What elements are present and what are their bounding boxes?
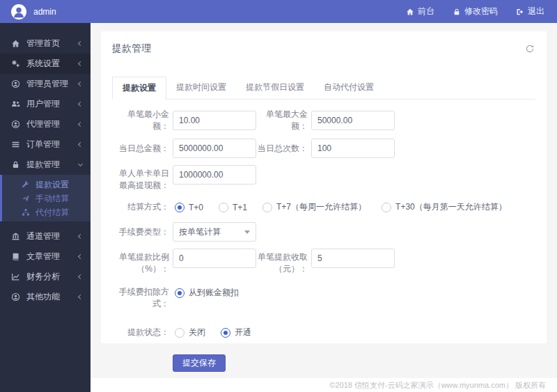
- daily-total-label: 当日总金额：: [112, 143, 169, 155]
- card-daily-max-input[interactable]: [173, 165, 256, 185]
- sidebar-item-finance-analysis[interactable]: 财务分析: [0, 267, 91, 287]
- sidebar-item-label: 财务分析: [26, 271, 79, 283]
- radio-checked-icon: [175, 203, 185, 212]
- sidebar-item-agent-management[interactable]: 代理管理: [0, 114, 91, 134]
- radio-unchecked-icon: [219, 203, 228, 212]
- min-amount-label: 单笔最小金额：: [112, 109, 169, 132]
- radio-t0[interactable]: T+0: [175, 203, 203, 212]
- max-amount-input[interactable]: [311, 111, 395, 130]
- sidebar-item-label: 文章管理: [26, 251, 79, 262]
- daily-count-input[interactable]: [311, 139, 395, 158]
- radio-checked-icon: [221, 328, 230, 338]
- username-label: admin: [33, 7, 56, 17]
- person-icon: [11, 4, 26, 19]
- chevron-left-icon: [78, 254, 83, 259]
- gears-icon: [10, 59, 20, 69]
- radio-label: 关闭: [189, 327, 205, 338]
- logout-icon: [516, 8, 524, 16]
- nav-change-password-link[interactable]: 修改密码: [453, 6, 498, 17]
- sidebar: 管理首页 系统设置 管理员管理 用户管理 代理管理 订单管理: [0, 23, 91, 392]
- fee-percent-label: 单笔提款比例（%）：: [112, 248, 169, 275]
- radio-label: T+7（每周一允许结算）: [276, 201, 366, 213]
- nav-logout-label: 退出: [528, 6, 544, 17]
- submenu-item-label: 提款设置: [36, 179, 69, 191]
- tab-withdraw-holiday-settings[interactable]: 提款节假日设置: [236, 77, 314, 100]
- withdraw-settings-form: 单笔最小金额： 单笔最大金额： 当日总金额： 当日总次数：: [112, 109, 535, 372]
- card-daily-max-label: 单人单卡单日最高提现额：: [112, 164, 169, 191]
- min-amount-input[interactable]: [173, 111, 256, 130]
- radio-unchecked-icon: [262, 203, 272, 212]
- chevron-left-icon: [78, 295, 83, 299]
- fee-fixed-label: 单笔提款收取（元）：: [258, 248, 308, 275]
- radio-label: T+1: [233, 203, 247, 212]
- fee-percent-input[interactable]: [173, 249, 256, 268]
- submenu-item-payout-settlement[interactable]: 代付结算: [2, 205, 91, 219]
- refresh-button[interactable]: [524, 43, 535, 54]
- send-icon: [21, 194, 30, 203]
- daily-total-input[interactable]: [173, 139, 256, 158]
- footer: ©2018 信恒支付-云码之家演示（www.myunma.com） 版权所有: [91, 378, 557, 392]
- radio-deduct-from-received[interactable]: 从到账金额扣: [175, 287, 239, 299]
- user-circle-icon: [10, 292, 20, 302]
- content-spacer: [91, 343, 557, 378]
- sidebar-item-other-functions[interactable]: 其他功能: [0, 287, 91, 307]
- sidebar-item-order-management[interactable]: 订单管理: [0, 134, 91, 155]
- sidebar-item-label: 用户管理: [26, 98, 79, 110]
- tab-auto-payout-settings[interactable]: 自动代付设置: [314, 77, 384, 100]
- sidebar-item-label: 代理管理: [26, 118, 79, 130]
- submenu-item-label: 代付结算: [36, 207, 69, 219]
- sidebar-item-dashboard[interactable]: 管理首页: [0, 33, 91, 54]
- top-header: admin 前台 修改密码 退出: [0, 0, 557, 23]
- radio-unchecked-icon: [382, 203, 391, 212]
- chevron-left-icon: [78, 142, 83, 147]
- header-nav: 前台 修改密码 退出: [406, 6, 544, 17]
- submenu-item-manual-settlement[interactable]: 手动结算: [2, 191, 91, 205]
- fee-deduct-radio-group: 从到账金额扣: [175, 286, 239, 299]
- radio-status-closed[interactable]: 关闭: [175, 327, 205, 338]
- withdraw-submenu: 提款设置 手动结算 代付结算: [0, 175, 91, 221]
- daily-count-label: 当日总次数：: [258, 143, 308, 155]
- radio-label: 从到账金额扣: [189, 287, 239, 299]
- caret-down-icon: [244, 230, 250, 234]
- sidebar-item-label: 提款管理: [26, 159, 79, 171]
- tab-withdraw-settings[interactable]: 提款设置: [112, 77, 166, 100]
- radio-status-open[interactable]: 开通: [221, 327, 251, 338]
- sidebar-item-withdraw-management[interactable]: 提款管理: [0, 155, 91, 175]
- tab-withdraw-time-settings[interactable]: 提款时间设置: [166, 77, 236, 100]
- radio-t30[interactable]: T+30（每月第一天允许结算）: [382, 201, 507, 213]
- sidebar-item-label: 管理首页: [26, 38, 79, 49]
- fee-type-label: 手续费类型：: [112, 226, 169, 238]
- sidebar-item-user-management[interactable]: 用户管理: [0, 94, 91, 114]
- fee-fixed-input[interactable]: [311, 249, 395, 268]
- sidebar-item-label: 订单管理: [26, 139, 79, 150]
- sitemap-icon: [21, 208, 30, 217]
- nav-logout-link[interactable]: 退出: [516, 6, 544, 17]
- chart-line-icon: [10, 272, 20, 282]
- sidebar-item-admin-management[interactable]: 管理员管理: [0, 74, 91, 94]
- sidebar-item-label: 系统设置: [26, 58, 79, 70]
- nav-frontend-label: 前台: [418, 6, 434, 17]
- withdraw-status-radio-group: 关闭 开通: [175, 327, 251, 338]
- home-icon: [10, 39, 20, 49]
- bank-icon: [10, 232, 20, 242]
- sidebar-item-channel-management[interactable]: 通道管理: [0, 226, 91, 246]
- chevron-left-icon: [78, 274, 83, 279]
- radio-t1[interactable]: T+1: [219, 203, 247, 212]
- chevron-left-icon: [78, 61, 83, 66]
- copyright-text: ©2018 信恒支付-云码之家演示（www.myunma.com） 版权所有: [329, 380, 546, 391]
- fee-type-select[interactable]: 按单笔计算: [173, 222, 256, 242]
- submenu-item-withdraw-settings[interactable]: 提款设置: [2, 178, 91, 191]
- radio-t7[interactable]: T+7（每周一允许结算）: [262, 201, 366, 213]
- lock-icon: [10, 160, 20, 170]
- chevron-left-icon: [78, 122, 83, 127]
- chevron-left-icon: [78, 41, 83, 46]
- list-icon: [10, 140, 20, 150]
- chevron-left-icon: [78, 234, 83, 239]
- sidebar-item-article-management[interactable]: 文章管理: [0, 246, 91, 267]
- radio-label: T+0: [189, 203, 203, 212]
- chevron-left-icon: [78, 81, 83, 86]
- nav-frontend-link[interactable]: 前台: [406, 6, 434, 17]
- sidebar-item-system-settings[interactable]: 系统设置: [0, 54, 91, 74]
- radio-label: 开通: [235, 327, 251, 338]
- refresh-icon: [525, 44, 535, 54]
